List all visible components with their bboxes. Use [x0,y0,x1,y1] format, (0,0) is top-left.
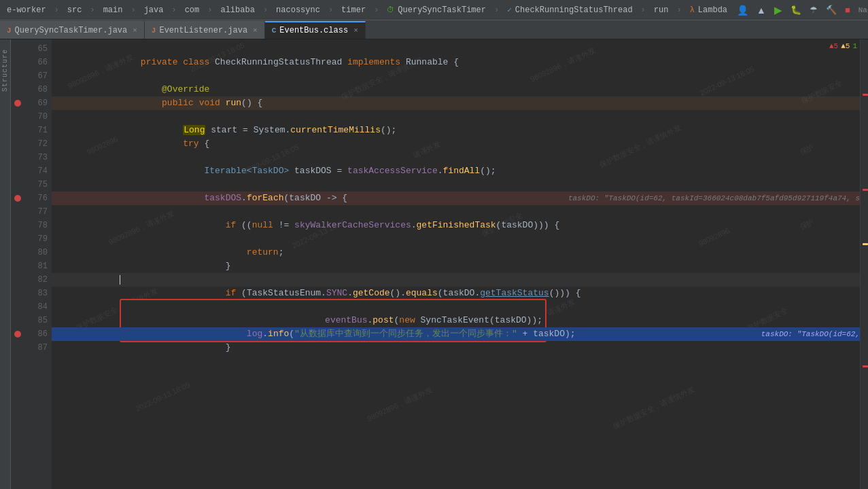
breadcrumb-nacossync[interactable]: nacossync [273,4,323,16]
coverage-button[interactable]: ☂ [807,3,820,16]
right-marker-error2 [863,189,868,191]
linenum-66: 66 [24,56,48,69]
code-line-66: private class CheckRunningStatusThread i… [52,56,860,69]
code-line-76: taskDOS.forEach(taskDO -> { taskDO: "Tas… [52,192,860,205]
breadcrumb-run[interactable]: run [651,4,672,16]
linenum-67: 67 [24,69,48,83]
line-87-content: } [56,327,860,368]
java-icon: J [7,26,12,35]
hint-76: taskDO: "TaskDO(id=62, taskId=366024c08d… [568,192,860,205]
anno-78 [11,219,24,232]
breakpoint-86 [14,331,21,338]
tab-querysync[interactable]: J QuerySyncTaskTimer.java × [0,21,145,39]
anno-83 [11,287,24,300]
code-view[interactable]: ▲5 ▲5 1 [11,39,868,489]
error-indicator: ▲5 [829,42,838,50]
kw-private: private [120,57,184,67]
type-iterable: Iterable<TaskDO> [120,166,290,176]
anno-69 [11,96,24,110]
main-label: main [103,5,123,15]
linenum-78: 78 [24,219,48,232]
linenum-79: 79 [24,232,48,246]
tab-eventlistener-label: EventListener.java [159,26,247,35]
anno-66 [11,56,24,69]
breakpoint-76 [14,195,21,202]
event-icon: J [152,26,156,35]
code-line-78: if ((null != skyWalkerCacheServices.getF… [52,219,860,232]
left-gutter: Structure [0,39,11,489]
query-timer-icon: ⏱ [387,5,394,14]
anno-70 [11,110,24,124]
breadcrumb-project[interactable]: e-worker [4,4,49,16]
classname-check: CheckRunningStatusThread [215,57,347,67]
kw-public: public [120,98,199,108]
kw-if: if [120,220,241,230]
person-icon[interactable]: 👤 [734,3,751,17]
breadcrumb-lambda[interactable]: λ Lambda [687,4,730,16]
method-findall: findAll [443,166,481,176]
stop-button[interactable]: ■ [842,3,853,16]
tab-eventlistener-close[interactable]: × [253,26,258,35]
editor-area: ▲5 ▲5 1 [11,39,868,489]
field-taskdos: taskDOS [120,193,241,203]
linenum-69: 69 [24,96,48,110]
project-name-label: e-worker [7,5,46,15]
arrow: -> { [321,193,347,203]
indicators: ▲5 ▲5 1 [828,41,858,52]
paren4: (( [241,220,252,230]
tab-querysync-close[interactable]: × [133,26,137,35]
line-numbers: 65 66 67 68 69 70 71 72 73 74 75 76 77 7… [24,39,52,489]
anno-77 [11,205,24,219]
kw-try: try [120,139,205,149]
code-content[interactable]: 98092896，请谨外发 2022-09-13 18:05 保护数据安全，请谨… [52,39,860,489]
kw-null: null [252,220,273,230]
breadcrumb-querytimer[interactable]: ⏱ QuerySyncTaskTimer [384,4,489,16]
anno-72 [11,137,24,151]
method-run: run [226,98,241,108]
dot2: . [438,166,443,176]
breadcrumb-com[interactable]: com [182,4,203,16]
tabs-bar: J QuerySyncTaskTimer.java × J EventListe… [0,20,868,39]
kw-class: class [183,57,215,67]
breadcrumb-src[interactable]: src [65,4,85,16]
run-button[interactable]: ▶ [771,3,785,18]
anno-81 [11,259,24,273]
brace-try: { [204,139,209,149]
up-icon[interactable]: ▲ [754,3,769,17]
annotation-column [11,39,24,489]
breadcrumb-main[interactable]: main [101,4,126,16]
brace-close87: } [120,342,231,352]
breadcrumb-timer[interactable]: timer [338,4,368,16]
anno-82 [11,273,24,287]
right-marker-warn1 [863,243,868,245]
var-taskdos: taskDOS = [289,166,347,176]
tab-eventlistener[interactable]: J EventListener.java × [145,21,265,39]
anno-74 [11,164,24,178]
brace-open: { [453,57,459,67]
ok-indicator: 1 [852,42,857,50]
code-line-69: public void run() { [52,96,860,110]
linenum-87: 87 [24,341,48,355]
linenum-74: 74 [24,164,48,178]
linenum-86: 86 [24,327,48,341]
breadcrumb-java[interactable]: java [141,4,167,16]
lambda-label: Lambda [698,5,727,15]
linenum-83: 83 [24,287,48,300]
kw-void: void [199,98,226,108]
linenum-85: 85 [24,314,48,327]
tab-eventbus-label: EventBus.class [279,26,348,35]
anno-86 [11,327,24,341]
kw-implements: implements [347,57,406,67]
breadcrumb-alibaba[interactable]: alibaba [218,4,257,16]
checkthread-label: CheckRunningStatusThread [515,5,633,15]
tab-eventbus[interactable]: C EventBus.class × [265,21,366,39]
anno-79 [11,232,24,246]
anno-80 [11,246,24,259]
tab-eventbus-close[interactable]: × [353,26,358,35]
breakpoint-69 [14,100,21,107]
debug-button[interactable]: 🐛 [788,3,804,16]
build-button[interactable]: 🔨 [823,3,839,16]
breadcrumb-checkthread[interactable]: ✓ CheckRunningStatusThread [504,4,635,16]
method-gft: getFinishedTask [417,220,496,230]
neq: != [273,220,294,230]
